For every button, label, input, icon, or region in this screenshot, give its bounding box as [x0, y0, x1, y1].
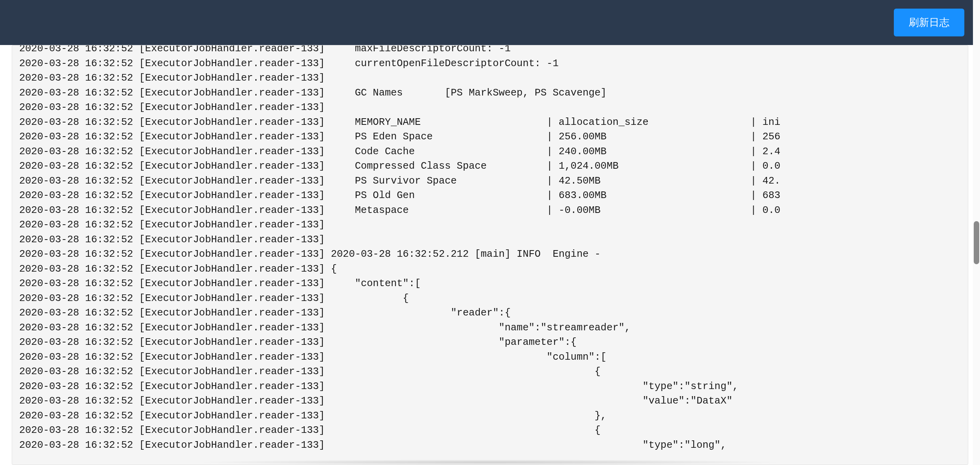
- log-container: 2020-03-28 16:32:52 [ExecutorJobHandler.…: [12, 45, 968, 465]
- refresh-log-button[interactable]: 刷新日志: [894, 9, 964, 36]
- content-area: 2020-03-28 16:32:52 [ExecutorJobHandler.…: [0, 45, 980, 465]
- page-header: 刷新日志: [0, 0, 980, 45]
- log-output: 2020-03-28 16:32:52 [ExecutorJobHandler.…: [19, 45, 961, 452]
- page-scrollbar[interactable]: [973, 0, 980, 465]
- page-scrollbar-thumb[interactable]: [974, 221, 979, 264]
